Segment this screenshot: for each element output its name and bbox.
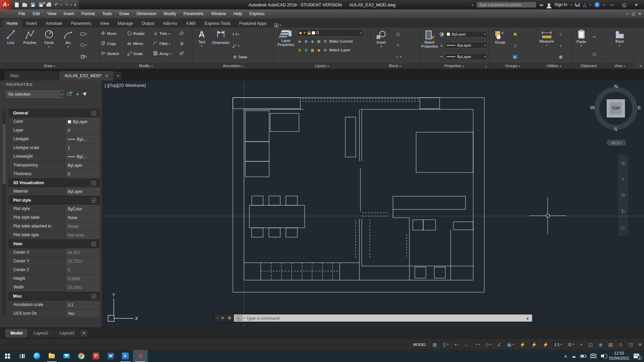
dimension-button[interactable]: Dimension bbox=[210, 29, 232, 62]
circle-button[interactable]: Circle ▾ bbox=[40, 29, 58, 62]
id-point-icon[interactable]: + bbox=[558, 44, 563, 48]
modify-rotate-button[interactable]: Rotate bbox=[127, 31, 152, 36]
qat-customize-icon[interactable]: ▾̄ bbox=[75, 2, 76, 8]
full-navigation-wheel-icon[interactable]: ◎ bbox=[621, 160, 625, 166]
viewcube-south[interactable]: S bbox=[614, 126, 617, 132]
join-button[interactable] bbox=[180, 51, 186, 56]
search-collapse-icon[interactable]: ▸ bbox=[472, 3, 473, 6]
quick-select-icon[interactable]: ▽ bbox=[558, 32, 563, 37]
tray-chevron-icon[interactable]: ∧ bbox=[564, 354, 567, 359]
new-layout-button[interactable]: + bbox=[81, 330, 87, 337]
ribbon-tab-featured-apps[interactable]: Featured Apps bbox=[235, 19, 271, 28]
ribbon-tab-add-ins[interactable]: Add-ins bbox=[159, 19, 182, 28]
match-layer-icon[interactable]: ≣ bbox=[323, 48, 328, 52]
autocad-taskbar-icon[interactable]: A bbox=[133, 350, 148, 362]
a360-icon[interactable]: △ bbox=[583, 2, 586, 7]
menu-help[interactable]: Help bbox=[230, 9, 246, 18]
property-row-layer[interactable]: Layer0 bbox=[9, 126, 100, 135]
property-row-thickness[interactable]: Thickness0 bbox=[9, 170, 100, 178]
viewcube-north[interactable]: N bbox=[614, 83, 618, 89]
panel-title-modify[interactable]: Modify▾ bbox=[99, 62, 192, 69]
menu-window[interactable]: Window bbox=[207, 9, 230, 18]
section-header-plot-style[interactable]: Plot style− bbox=[9, 196, 100, 205]
menu-tools[interactable]: Tools bbox=[98, 9, 115, 18]
chevron-down-icon[interactable]: ▾ bbox=[590, 3, 591, 6]
chevron-down-icon[interactable]: ▾ bbox=[48, 45, 50, 48]
tab-layout1[interactable]: Layout1 bbox=[29, 329, 53, 338]
annotation-people-icon[interactable]: ⚡ bbox=[540, 339, 551, 350]
section-header-general[interactable]: General− bbox=[9, 109, 100, 117]
close-icon[interactable]: ✕ bbox=[105, 73, 108, 78]
volume-icon[interactable] bbox=[601, 355, 603, 357]
chevron-down-icon[interactable]: ▾ bbox=[61, 3, 62, 6]
chevron-down-icon[interactable]: ▾ bbox=[170, 52, 171, 55]
tab-model[interactable]: Model bbox=[5, 329, 28, 338]
property-row-annotation-scale[interactable]: Annotation scale1:1 bbox=[9, 301, 100, 309]
insert-button[interactable]: Insert ▾ bbox=[372, 29, 390, 62]
chevron-down-icon[interactable]: ▾ bbox=[169, 42, 170, 45]
osnap-icon[interactable]: ▣▾ bbox=[504, 339, 516, 350]
orbit-icon[interactable]: ↻ bbox=[621, 208, 626, 214]
base-button[interactable]: Base ▾ bbox=[611, 29, 629, 62]
panel-title-groups[interactable]: Groups▾ bbox=[489, 62, 536, 69]
start-button[interactable] bbox=[0, 350, 15, 362]
doc-close-icon[interactable]: ✕ bbox=[638, 12, 641, 16]
menu-view[interactable]: View bbox=[44, 9, 60, 18]
annotation-visibility-icon[interactable]: ⚡ bbox=[516, 339, 528, 350]
chevron-down-icon[interactable]: ▾ bbox=[571, 3, 572, 6]
chevron-down-icon[interactable]: ▾ bbox=[603, 3, 604, 6]
chevron-down-icon[interactable]: ▾ bbox=[573, 343, 574, 346]
panel-title-clipboard[interactable]: Clipboard bbox=[572, 62, 605, 69]
collapse-icon[interactable]: − bbox=[92, 242, 96, 246]
collapse-icon[interactable]: − bbox=[92, 111, 96, 115]
property-row-lineweight[interactable]: LineweightByL... bbox=[9, 152, 100, 161]
panel-title-view[interactable]: View▾ bbox=[605, 62, 634, 69]
copy-clip-icon[interactable]: ◱ bbox=[592, 52, 597, 56]
customization-menu-icon[interactable]: ≡ bbox=[636, 339, 644, 350]
wifi-icon[interactable] bbox=[590, 354, 597, 358]
paste-button[interactable]: Paste ▾ bbox=[574, 29, 589, 62]
modify-trim-button[interactable]: Trim▾ bbox=[153, 31, 178, 36]
color-select[interactable]: ByLayer▾ bbox=[445, 31, 488, 38]
ribbon-tab-parametric[interactable]: Parametric bbox=[67, 19, 96, 28]
panel-title-properties[interactable]: Properties▾↘ bbox=[419, 62, 489, 69]
osnap-track-icon[interactable]: ∠ bbox=[494, 339, 504, 350]
clock[interactable]: 12:02 01/04/2021 bbox=[609, 351, 629, 361]
file-explorer-icon[interactable] bbox=[44, 350, 59, 362]
modify-scale-button[interactable]: Scale bbox=[127, 51, 152, 56]
collapse-icon[interactable]: − bbox=[92, 181, 96, 185]
ribbon-tab-home[interactable]: Home bbox=[2, 19, 22, 28]
notifications-icon[interactable]: 2 bbox=[634, 354, 639, 358]
quick-select-icon[interactable] bbox=[83, 91, 89, 97]
open-file-icon[interactable] bbox=[22, 2, 28, 8]
tab-layout2[interactable]: Layout2 bbox=[55, 329, 80, 338]
ribbon-tab-annotate[interactable]: Annotate bbox=[41, 19, 67, 28]
customize-wrench-icon[interactable]: ⚙ bbox=[226, 316, 233, 320]
viewport-controls[interactable]: [-][Top][2D Wireframe] bbox=[105, 83, 146, 88]
menu-parametric[interactable]: Parametric bbox=[180, 9, 207, 18]
explode-button[interactable] bbox=[180, 41, 186, 46]
scrollbar-thumb[interactable] bbox=[3, 124, 6, 185]
menu-file[interactable]: File bbox=[15, 9, 29, 18]
hardware-warning-icon[interactable]: ⚠ bbox=[615, 339, 626, 350]
chevron-down-icon[interactable]: ▾ bbox=[581, 44, 582, 47]
collapse-icon[interactable]: − bbox=[92, 198, 96, 203]
property-row-ucs-icon-on[interactable]: UCS icon OnYes bbox=[9, 309, 100, 317]
mail-icon[interactable] bbox=[59, 350, 74, 362]
layer-select[interactable]: ☀ 0 ▾ bbox=[297, 29, 364, 37]
ribbon-tab-manage[interactable]: Manage bbox=[113, 19, 137, 28]
panel-title-block[interactable]: Block▾ bbox=[370, 62, 419, 69]
arc-button[interactable]: Arc ▾ bbox=[59, 29, 77, 62]
measure-button[interactable]: Measure ▾ bbox=[538, 29, 555, 62]
ribbon-tab-express-tools[interactable]: Express Tools bbox=[200, 19, 235, 28]
section-header-3d-visualization[interactable]: 3D Visualization− bbox=[9, 178, 100, 187]
property-row-linetype[interactable]: LinetypeByL... bbox=[9, 135, 100, 144]
restore-button[interactable]: ◱ bbox=[620, 2, 629, 7]
lineweight-select[interactable]: ByLayer▾ bbox=[445, 42, 488, 49]
ellipse-button[interactable]: ▾ bbox=[81, 44, 87, 47]
chevron-down-icon[interactable]: ▾ bbox=[447, 343, 448, 346]
viewcube-west[interactable]: W bbox=[590, 105, 595, 110]
section-header-misc[interactable]: Misc− bbox=[9, 292, 100, 301]
task-view-button[interactable] bbox=[15, 350, 30, 362]
property-row-linetype-scale[interactable]: Linetype scale1 bbox=[9, 144, 100, 152]
